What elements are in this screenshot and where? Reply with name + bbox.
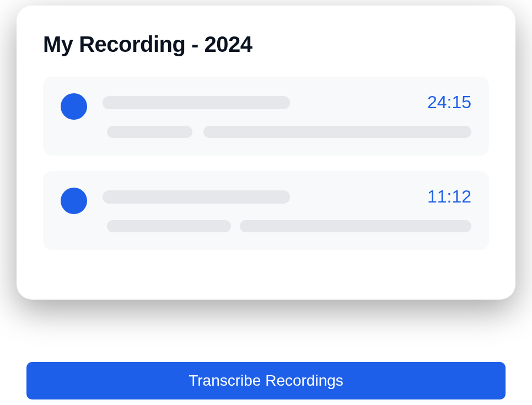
recording-indicator-icon (61, 93, 87, 120)
recording-meta-placeholder (107, 126, 192, 138)
recording-content: 11:12 (103, 186, 471, 232)
page-title: My Recording - 2024 (43, 32, 489, 57)
recordings-card: My Recording - 2024 24:15 11: (17, 6, 515, 300)
recording-content: 24:15 (103, 92, 471, 138)
recording-item[interactable]: 24:15 (43, 77, 489, 156)
transcribe-button[interactable]: Transcribe Recordings (26, 362, 506, 399)
recording-meta-placeholder (107, 220, 231, 232)
recording-duration: 24:15 (427, 92, 471, 113)
recording-duration: 11:12 (427, 186, 471, 207)
recording-title-placeholder (103, 190, 290, 204)
recording-indicator-icon (61, 188, 87, 214)
recordings-list: 24:15 11:12 (43, 77, 489, 250)
recording-title-placeholder (103, 96, 290, 109)
recording-meta-placeholder (203, 126, 471, 138)
recording-item[interactable]: 11:12 (43, 171, 489, 250)
recording-meta-placeholder (240, 220, 471, 232)
